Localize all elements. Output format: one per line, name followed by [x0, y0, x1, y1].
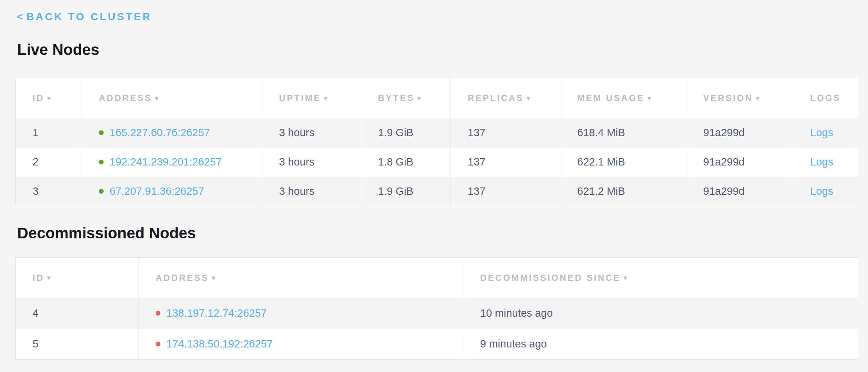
- sort-arrow-icon: ▾: [47, 94, 52, 102]
- sort-arrow-icon: ▾: [527, 94, 531, 102]
- node-address-link[interactable]: 165.227.60.76:26257: [110, 127, 210, 139]
- cell-address: 138.197.12.74:26257: [139, 298, 463, 329]
- sort-arrow-icon: ▾: [324, 94, 329, 102]
- sort-arrow-icon: ▾: [624, 274, 628, 282]
- table-row: 1 165.227.60.76:26257 3 hours 1.9 GiB 13…: [16, 118, 858, 148]
- cell-address: 165.227.60.76:26257: [82, 118, 262, 148]
- cell-bytes: 1.9 GiB: [361, 177, 451, 206]
- cell-mem-usage: 622.1 MiB: [560, 148, 686, 177]
- column-header-label: VERSION: [703, 93, 753, 103]
- cell-uptime: 3 hours: [262, 118, 361, 148]
- sort-arrow-icon: ▾: [418, 94, 422, 102]
- cell-version: 91a299d: [686, 118, 793, 148]
- cell-replicas: 137: [451, 148, 560, 177]
- cell-node-id: 3: [16, 177, 82, 206]
- column-header-logs: LOGS: [793, 78, 858, 118]
- live-nodes-title: Live Nodes: [17, 41, 868, 59]
- column-header-label: UPTIME: [279, 93, 321, 103]
- decommissioned-nodes-title: Decommissioned Nodes: [17, 224, 868, 242]
- cell-node-id: 4: [16, 298, 139, 329]
- column-header-label: ID: [33, 273, 44, 283]
- cell-bytes: 1.9 GiB: [361, 118, 451, 148]
- live-status-icon: [99, 130, 104, 135]
- column-header-label: ADDRESS: [99, 93, 152, 103]
- decommissioned-status-icon: [156, 311, 160, 316]
- cell-mem-usage: 618.4 MiB: [560, 118, 686, 148]
- live-status-icon: [99, 189, 104, 194]
- cell-logs: Logs: [793, 148, 858, 177]
- cell-logs: Logs: [793, 118, 858, 148]
- column-header-label: ID: [33, 93, 44, 103]
- cell-address: 174.138.50.192:26257: [139, 329, 463, 360]
- column-header-bytes[interactable]: BYTES▾: [361, 78, 451, 118]
- sort-arrow-icon: ▾: [212, 274, 216, 282]
- column-header-address[interactable]: ADDRESS▾: [139, 258, 463, 298]
- cell-version: 91a299d: [686, 177, 793, 206]
- live-nodes-header: ID▾ ADDRESS▾ UPTIME▾ BYTES▾ REPLICAS▾ ME…: [16, 78, 858, 118]
- column-header-address[interactable]: ADDRESS▾: [82, 78, 262, 118]
- live-nodes-table: ID▾ ADDRESS▾ UPTIME▾ BYTES▾ REPLICAS▾ ME…: [15, 78, 858, 206]
- column-header-label: MEM USAGE: [577, 93, 645, 103]
- sort-arrow-icon: ▾: [648, 94, 652, 102]
- header-row: ID▾ ADDRESS▾ UPTIME▾ BYTES▾ REPLICAS▾ ME…: [16, 78, 858, 118]
- header-row: ID▾ ADDRESS▾ DECOMMISSIONED SINCE▾: [16, 258, 858, 298]
- back-to-cluster-link[interactable]: <BACK TO CLUSTER: [17, 11, 152, 23]
- column-header-label: DECOMMISSIONED SINCE: [480, 273, 621, 283]
- cell-mem-usage: 621.2 MiB: [560, 177, 686, 206]
- decommissioned-nodes-header: ID▾ ADDRESS▾ DECOMMISSIONED SINCE▾: [16, 258, 858, 298]
- column-header-uptime[interactable]: UPTIME▾: [262, 78, 361, 118]
- column-header-label: ADDRESS: [156, 273, 209, 283]
- decommissioned-nodes-table: ID▾ ADDRESS▾ DECOMMISSIONED SINCE▾ 4 138…: [15, 257, 858, 360]
- node-list-page: <BACK TO CLUSTER Live Nodes ID▾ ADDRESS▾…: [0, 0, 868, 372]
- sort-arrow-icon: ▾: [756, 94, 761, 102]
- cell-address: 192.241.239.201:26257: [82, 148, 262, 177]
- table-row: 2 192.241.239.201:26257 3 hours 1.8 GiB …: [16, 148, 858, 177]
- table-row: 5 174.138.50.192:26257 9 minutes ago: [16, 329, 858, 360]
- back-chevron-icon: <: [17, 11, 23, 22]
- cell-uptime: 3 hours: [262, 177, 361, 206]
- column-header-decommissioned-since[interactable]: DECOMMISSIONED SINCE▾: [463, 258, 858, 298]
- sort-arrow-icon: ▾: [155, 94, 160, 102]
- back-link-label: BACK TO CLUSTER: [26, 11, 152, 22]
- cell-decommissioned-since: 9 minutes ago: [463, 329, 858, 360]
- column-header-label: BYTES: [378, 93, 415, 103]
- table-row: 4 138.197.12.74:26257 10 minutes ago: [16, 298, 858, 329]
- node-address-link[interactable]: 138.197.12.74:26257: [166, 307, 267, 319]
- column-header-label: LOGS: [810, 93, 841, 103]
- table-row: 3 67.207.91.36:26257 3 hours 1.9 GiB 137…: [16, 177, 858, 206]
- node-address-link[interactable]: 67.207.91.36:26257: [110, 185, 204, 197]
- logs-link[interactable]: Logs: [810, 185, 833, 197]
- column-header-mem-usage[interactable]: MEM USAGE▾: [560, 78, 686, 118]
- cell-replicas: 137: [451, 177, 560, 206]
- node-address-link[interactable]: 192.241.239.201:26257: [110, 156, 222, 168]
- cell-uptime: 3 hours: [262, 148, 361, 177]
- column-header-replicas[interactable]: REPLICAS▾: [451, 78, 560, 118]
- column-header-id[interactable]: ID▾: [16, 258, 139, 298]
- cell-node-id: 5: [16, 329, 139, 360]
- decommissioned-status-icon: [156, 342, 160, 346]
- sort-arrow-icon: ▾: [47, 274, 52, 282]
- logs-link[interactable]: Logs: [810, 127, 833, 138]
- live-status-icon: [99, 160, 104, 164]
- node-address-link[interactable]: 174.138.50.192:26257: [166, 338, 272, 350]
- cell-replicas: 137: [451, 118, 560, 148]
- column-header-label: REPLICAS: [468, 93, 524, 103]
- column-header-version[interactable]: VERSION▾: [686, 78, 793, 118]
- cell-bytes: 1.8 GiB: [361, 148, 451, 177]
- cell-decommissioned-since: 10 minutes ago: [463, 298, 858, 329]
- cell-address: 67.207.91.36:26257: [82, 177, 262, 206]
- cell-version: 91a299d: [686, 148, 793, 177]
- cell-node-id: 1: [16, 118, 82, 148]
- column-header-id[interactable]: ID▾: [16, 78, 82, 118]
- logs-link[interactable]: Logs: [810, 156, 833, 168]
- cell-node-id: 2: [16, 148, 82, 177]
- cell-logs: Logs: [793, 177, 858, 206]
